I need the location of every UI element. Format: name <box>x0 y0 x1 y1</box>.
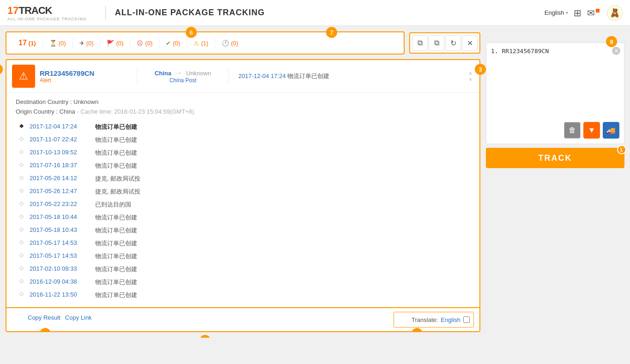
tracking-status-label: Alert <box>40 77 132 84</box>
tab-undelivered-count: (0) <box>145 40 152 47</box>
tab-exception-count: (0) <box>173 40 180 47</box>
truck-button[interactable]: 🚚 <box>603 122 619 139</box>
transit-icon: ✈ <box>79 40 85 47</box>
delete-tracking-button[interactable]: 🗑 <box>564 122 581 139</box>
card-toggle[interactable]: ∧ ∨ <box>469 71 474 82</box>
tracking-info: RR123456789CN Alert <box>40 69 132 84</box>
logo-17: 17 <box>7 5 18 17</box>
right-panel: 8 ✕ 🗑 ▼ 🚚 TRACK 1 <box>486 31 624 332</box>
chevron-down-icon: ▾ <box>566 10 568 15</box>
expired-icon: 🕐 <box>222 40 229 47</box>
timeline-item: 2017-10-13 09:52物流订单已创建 <box>30 146 470 159</box>
event-time: 2017-02-10 09:33 <box>30 265 90 272</box>
tracking-input-box: ✕ 🗑 ▼ 🚚 <box>486 42 624 144</box>
destination-info: Destination Country : Unknown <box>16 98 470 105</box>
language-label: English <box>545 9 564 16</box>
tab-alert[interactable]: ⚠ (1) <box>187 38 215 49</box>
timeline-item: 2017-05-17 14:53物流订单已创建 <box>30 237 470 250</box>
event-desc: 物流订单已创建 <box>95 162 137 170</box>
event-timeline: 2017-12-04 17:24物流订单已创建2017-11-07 22:42物… <box>16 121 470 302</box>
timeline-item: 2017-05-26 14:12捷克, 邮政局试投 <box>30 172 470 185</box>
timeline-item: 2017-05-17 14:53物流订单已创建 <box>30 250 470 263</box>
tab-all-icon: 17 <box>18 39 27 47</box>
tab-transit-count: (0) <box>86 40 94 47</box>
timeline-item: 2017-02-10 09:33物流订单已创建 <box>30 263 470 276</box>
event-desc: 物流订单已创建 <box>95 252 137 261</box>
timeline-item: 2017-05-18 10:43物流订单已创建 <box>30 224 470 237</box>
event-desc: 捷克, 邮政局试投 <box>95 188 140 196</box>
annotation-3: 3 <box>475 64 486 75</box>
grid-icon[interactable]: ⊞ <box>574 7 582 18</box>
annotation-8: 8 <box>606 36 617 47</box>
chevron-up-icon: ∧ <box>469 71 472 76</box>
event-desc: 物流订单已创建 <box>95 123 137 131</box>
tab-expired[interactable]: 🕐 (0) <box>215 38 245 49</box>
annotation-5: 5 <box>40 328 51 332</box>
exception-icon: ✔ <box>166 40 171 47</box>
header-divider <box>105 6 106 20</box>
header: 17 TRACK ALL-IN-ONE PACKAGE TRACKING ALL… <box>0 0 630 26</box>
paste-button[interactable]: ⧉ <box>429 35 444 51</box>
annotation-1: 1 <box>0 64 3 75</box>
copy-result-link[interactable]: Copy Result <box>28 314 61 325</box>
carrier-label: China Post <box>170 77 197 84</box>
annotation-2: 2 <box>200 335 211 338</box>
tracking-input[interactable] <box>491 48 619 117</box>
annotation-6: 6 <box>186 27 197 38</box>
tab-delivered[interactable]: 🚩 (0) <box>100 38 130 49</box>
latest-event-text: 物流订单已创建 <box>287 73 329 79</box>
language-button[interactable]: English ▾ <box>545 9 569 16</box>
event-time: 2017-10-13 09:52 <box>30 149 90 156</box>
avatar[interactable]: 🧸 <box>607 5 623 21</box>
event-time: 2017-05-26 12:47 <box>30 188 90 194</box>
copy-link-link[interactable]: Copy Link <box>65 314 92 325</box>
timeline-item: 2016-11-22 13:50物流订单已创建 <box>30 289 470 302</box>
event-time: 2017-05-17 14:53 <box>30 252 90 259</box>
right-toolbar: 🗑 ▼ 🚚 <box>491 122 619 139</box>
clear-input-button[interactable]: ✕ <box>612 47 620 55</box>
tab-pending[interactable]: ⏳ (0) <box>43 38 73 49</box>
track-label: TRACK <box>539 153 572 163</box>
route-arrow-icon: → <box>175 69 182 77</box>
event-desc: 物流订单已创建 <box>95 291 137 299</box>
tabs-toolbar-row: 17 (1) ⏳ (0) ✈ (0) 🚩 <box>6 31 480 55</box>
event-desc: 物流订单已创建 <box>95 136 137 144</box>
event-desc: 物流订单已创建 <box>95 278 137 286</box>
header-right: English ▾ ⊞ ✉ 🧸 <box>545 5 623 21</box>
tab-all[interactable]: 17 (1) <box>12 37 43 49</box>
logo: 17 TRACK ALL-IN-ONE PACKAGE TRACKING <box>7 5 87 21</box>
event-desc: 物流订单已创建 <box>95 149 137 157</box>
mail-icon[interactable]: ✉ <box>587 7 601 18</box>
timeline-item: 2017-12-04 17:24物流订单已创建 <box>30 121 470 133</box>
left-panel: 6 7 17 (1) ⏳ (0) ✈ <box>6 31 480 332</box>
translate-checkbox[interactable] <box>463 316 470 323</box>
event-desc: 已到达目的国 <box>95 200 131 209</box>
event-time: 2017-05-17 14:53 <box>30 239 90 246</box>
track-count-badge: 1 <box>617 145 626 154</box>
tab-undelivered[interactable]: ☹ (0) <box>130 38 159 49</box>
close-button[interactable]: ✕ <box>462 35 478 51</box>
tracking-result-card: ⚠ RR123456789CN Alert China → Unknown Ch… <box>6 59 480 332</box>
tab-exception[interactable]: ✔ (0) <box>159 38 187 49</box>
tab-expired-count: (0) <box>231 40 238 47</box>
refresh-button[interactable]: ↻ <box>445 35 461 51</box>
card-header: ⚠ RR123456789CN Alert China → Unknown Ch… <box>6 60 479 93</box>
latest-event: 2017-12-04 17:24 物流订单已创建 <box>234 72 464 80</box>
track-button[interactable]: TRACK 1 <box>486 148 624 168</box>
event-time: 2017-05-18 10:44 <box>30 213 90 220</box>
translate-language: English <box>441 316 460 323</box>
notification-dot <box>596 9 600 12</box>
timeline-item: 2017-05-18 10:44物流订单已创建 <box>30 211 470 224</box>
translate-label: Translate: <box>412 316 438 323</box>
copy-button[interactable]: ⧉ <box>412 35 428 51</box>
alert-badge: ⚠ <box>12 65 35 88</box>
event-time: 2017-11-07 22:42 <box>30 136 90 143</box>
event-time: 2017-05-22 23:22 <box>30 200 90 207</box>
timeline-item: 2017-05-26 12:47捷克, 邮政局试投 <box>30 185 470 198</box>
filter-button[interactable]: ▼ <box>583 122 600 139</box>
event-time: 2017-12-04 17:24 <box>30 123 90 130</box>
tab-transit[interactable]: ✈ (0) <box>73 38 101 49</box>
origin-country: China <box>155 70 171 77</box>
toolbar: ⧉ ⧉ ↻ ✕ <box>409 32 480 54</box>
undelivered-icon: ☹ <box>137 40 143 47</box>
